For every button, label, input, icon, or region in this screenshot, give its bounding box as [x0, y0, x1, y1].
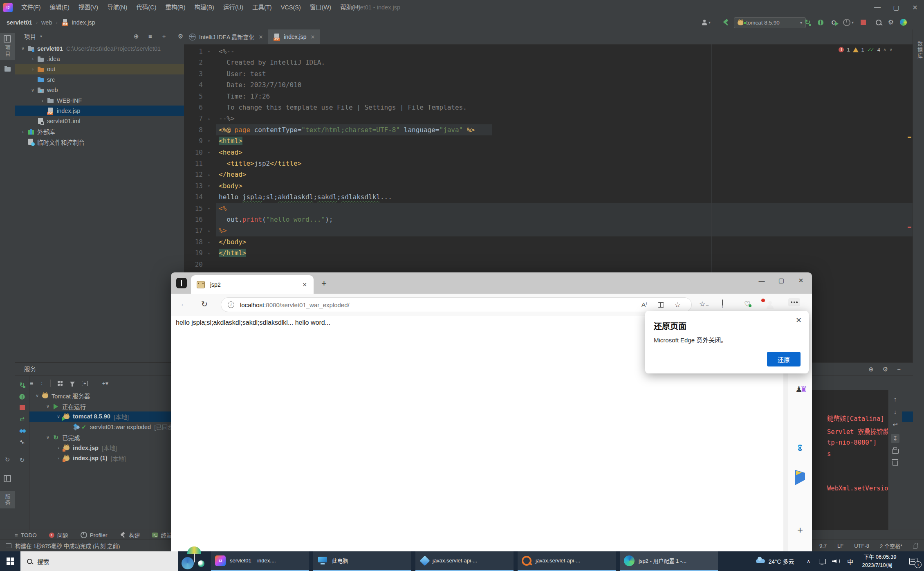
- chevron-icon[interactable]: ∨: [44, 404, 52, 409]
- chevron-icon[interactable]: ∨: [34, 393, 41, 398]
- clear-console-icon[interactable]: [893, 461, 898, 466]
- scrollbar-error-mark[interactable]: [908, 227, 911, 228]
- stripe-refresh-button[interactable]: ↻: [0, 456, 15, 463]
- collapse-all-icon[interactable]: ÷: [40, 380, 43, 387]
- menu-运行(U)[interactable]: 运行(U): [219, 0, 248, 15]
- locate-icon[interactable]: ⊕: [868, 363, 874, 376]
- ime-indicator[interactable]: 中: [843, 551, 857, 571]
- ide-close-button[interactable]: ✕: [906, 0, 924, 15]
- menu-VCS(S)[interactable]: VCS(S): [276, 0, 305, 15]
- breadcrumb-folder[interactable]: web: [41, 19, 52, 26]
- code-line-10[interactable]: <head>: [219, 147, 242, 158]
- debug-server-button[interactable]: [19, 394, 25, 399]
- indent-setting[interactable]: 2 个空格*: [880, 542, 902, 550]
- fold-marker[interactable]: ▴: [205, 236, 213, 247]
- sidebar-outlook-icon[interactable]: O: [798, 443, 802, 452]
- chevron-icon[interactable]: ›: [55, 445, 62, 450]
- code-line-11[interactable]: <title>jsp2</title>: [219, 158, 301, 169]
- collections-icon[interactable]: [722, 300, 723, 308]
- ide-plugin-icon[interactable]: [898, 17, 908, 28]
- menu-工具(T)[interactable]: 工具(T): [248, 0, 276, 15]
- code-line-13[interactable]: <body>: [219, 180, 242, 191]
- favorites-bar-icon[interactable]: ☆₌: [699, 300, 709, 308]
- add-frame-icon[interactable]: +: [82, 381, 88, 386]
- debug-button[interactable]: [815, 17, 826, 28]
- refresh-icon[interactable]: ↻: [20, 456, 25, 464]
- chevron-icon[interactable]: ›: [29, 56, 36, 61]
- stripe-services-button[interactable]: 服务: [0, 491, 15, 508]
- url-text[interactable]: localhost:8080/servlet01_war_exploded/: [240, 301, 641, 308]
- breadcrumb-project[interactable]: servlet01: [7, 19, 32, 26]
- panel-settings-gear-icon[interactable]: ⚙: [178, 33, 183, 40]
- chevron-icon[interactable]: ∨: [19, 46, 27, 51]
- network-icon[interactable]: [816, 551, 830, 571]
- taskbar-search-input[interactable]: 搜索: [20, 551, 178, 571]
- taskbar-weather[interactable]: 24°C 多云: [749, 557, 801, 565]
- chevron-icon[interactable]: ›: [39, 98, 46, 103]
- run-configuration-selector[interactable]: tomcat 8.5.90 ▾: [734, 17, 806, 28]
- tree-item-src[interactable]: src: [15, 74, 184, 85]
- taskbar-app-jsp2 - 用户配置 1 -...[interactable]: jsp2 - 用户配置 1 -...: [620, 551, 718, 571]
- fold-marker[interactable]: ▾: [205, 46, 213, 57]
- tree-item-servlet01[interactable]: ∨servlet01C:\Users\test\IdeaProjects\ser…: [15, 43, 184, 54]
- scrollbar-warning-mark[interactable]: [908, 137, 911, 138]
- stripe-folder-button[interactable]: [0, 65, 15, 72]
- chevron-icon[interactable]: ∨: [55, 414, 62, 419]
- code-line-15[interactable]: <%: [219, 203, 227, 214]
- code-line-1[interactable]: <%--: [219, 46, 235, 57]
- stop-server-button[interactable]: [20, 405, 25, 410]
- deploy-arrows-icon[interactable]: ⇄: [20, 416, 25, 422]
- search-everywhere-icon[interactable]: [873, 17, 884, 28]
- menu-编辑(E)[interactable]: 编辑(E): [45, 0, 74, 15]
- tab-index.jsp[interactable]: JSPindex.jsp✕: [268, 29, 320, 44]
- browser-tab[interactable]: jsp2 ✕: [191, 275, 314, 294]
- volume-icon[interactable]: [830, 551, 843, 571]
- stripe-project-button[interactable]: 项目: [0, 33, 15, 60]
- workspaces-icon[interactable]: [176, 278, 187, 288]
- ide-maximize-button[interactable]: ▢: [887, 0, 905, 15]
- wrench-icon[interactable]: 🔧︎: [19, 439, 25, 445]
- favorite-star-icon[interactable]: ☆: [675, 301, 681, 309]
- code-line-19[interactable]: </html>: [219, 247, 246, 259]
- sidebar-drop-icon[interactable]: [795, 473, 805, 480]
- tab-IntelliJ IDEA 最新变化[interactable]: IntelliJ IDEA 最新变化✕: [184, 29, 268, 44]
- scroll-to-end-icon[interactable]: ↧: [891, 434, 899, 443]
- breadcrumb-file[interactable]: index.jsp: [72, 19, 95, 26]
- collapse-all-icon[interactable]: ÷: [162, 33, 166, 40]
- tree-item-外部库[interactable]: ›外部库: [15, 126, 184, 137]
- tree-item-servlet01.iml[interactable]: servlet01.iml: [15, 116, 184, 126]
- toolbar-问题[interactable]: !问题: [49, 531, 68, 539]
- fold-marker[interactable]: ▾: [205, 135, 213, 146]
- address-bar[interactable]: i localhost:8080/servlet01_war_exploded/…: [221, 297, 692, 312]
- chevron-icon[interactable]: ›: [19, 129, 27, 134]
- coverage-button[interactable]: C: [828, 17, 839, 28]
- file-encoding[interactable]: UTF-8: [854, 543, 869, 549]
- read-aloud-icon[interactable]: A⁾: [641, 301, 647, 308]
- code-line-9[interactable]: <html>: [219, 135, 242, 146]
- settings-gear-icon[interactable]: ⚙: [886, 17, 896, 28]
- profiler-button[interactable]: ▾: [841, 17, 855, 28]
- user-profile-icon[interactable]: ▾: [700, 17, 712, 28]
- print-icon[interactable]: [892, 449, 899, 454]
- expand-all-icon[interactable]: ≡: [148, 33, 152, 40]
- rerun-server-button[interactable]: ↻: [20, 381, 25, 389]
- soft-wrap-icon[interactable]: ↩: [893, 421, 898, 428]
- tab-close-icon[interactable]: ✕: [311, 34, 315, 40]
- code-line-12[interactable]: </head>: [219, 169, 246, 180]
- taskbar-clock[interactable]: 下午 06:05:39 2023/7/10/周一: [857, 553, 903, 569]
- menu-重构(R)[interactable]: 重构(R): [161, 0, 190, 15]
- taskbar-app-此电脑[interactable]: 此电脑: [313, 551, 411, 571]
- tree-item-临时文件和控制台[interactable]: 临时文件和控制台: [15, 137, 184, 147]
- hide-panel-icon[interactable]: −: [897, 363, 901, 376]
- edge-minimize-button[interactable]: —: [752, 272, 771, 289]
- build-hammer-icon[interactable]: [720, 17, 731, 28]
- popup-close-icon[interactable]: ✕: [796, 316, 802, 325]
- code-line-2[interactable]: Created by IntelliJ IDEA.: [219, 57, 325, 68]
- scroll-up-icon[interactable]: ↑: [894, 396, 897, 402]
- fold-marker[interactable]: ▴: [205, 225, 213, 236]
- tree-item-WEB-INF[interactable]: ›WEB-INF: [15, 95, 184, 106]
- tree-item-.idea[interactable]: ›.idea: [15, 54, 184, 64]
- fold-marker[interactable]: ▴: [205, 247, 213, 259]
- tree-item-web[interactable]: ∨web: [15, 85, 184, 95]
- taskbar-app-servlet01 – index....[interactable]: IJservlet01 – index....: [211, 551, 309, 571]
